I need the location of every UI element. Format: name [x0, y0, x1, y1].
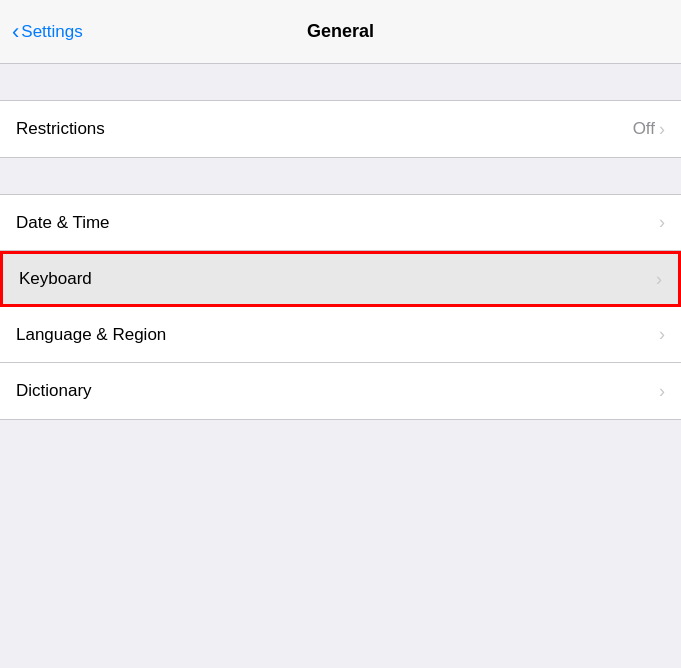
dictionary-label: Dictionary — [16, 381, 92, 401]
main-section: Date & Time › Keyboard › Language & Regi… — [0, 194, 681, 420]
dictionary-right: › — [659, 381, 665, 402]
restrictions-section: Restrictions Off › — [0, 100, 681, 158]
chevron-left-icon: ‹ — [12, 21, 19, 43]
chevron-right-icon: › — [659, 381, 665, 402]
date-time-row[interactable]: Date & Time › — [0, 195, 681, 251]
chevron-right-icon: › — [659, 324, 665, 345]
section-gap-middle — [0, 158, 681, 194]
chevron-right-icon: › — [659, 119, 665, 140]
language-region-right: › — [659, 324, 665, 345]
date-time-label: Date & Time — [16, 213, 110, 233]
chevron-right-icon: › — [656, 269, 662, 290]
section-gap-top — [0, 64, 681, 100]
keyboard-row[interactable]: Keyboard › — [0, 251, 681, 307]
restrictions-right: Off › — [633, 119, 665, 140]
language-region-label: Language & Region — [16, 325, 166, 345]
keyboard-right: › — [656, 269, 662, 290]
navigation-header: ‹ Settings General — [0, 0, 681, 64]
dictionary-row[interactable]: Dictionary › — [0, 363, 681, 419]
page-title: General — [307, 21, 374, 42]
keyboard-label: Keyboard — [19, 269, 92, 289]
section-gap-bottom — [0, 420, 681, 456]
restrictions-label: Restrictions — [16, 119, 105, 139]
restrictions-row[interactable]: Restrictions Off › — [0, 101, 681, 157]
date-time-right: › — [659, 212, 665, 233]
restrictions-value: Off — [633, 119, 655, 139]
chevron-right-icon: › — [659, 212, 665, 233]
back-label: Settings — [21, 22, 82, 42]
back-button[interactable]: ‹ Settings — [12, 21, 83, 43]
language-region-row[interactable]: Language & Region › — [0, 307, 681, 363]
